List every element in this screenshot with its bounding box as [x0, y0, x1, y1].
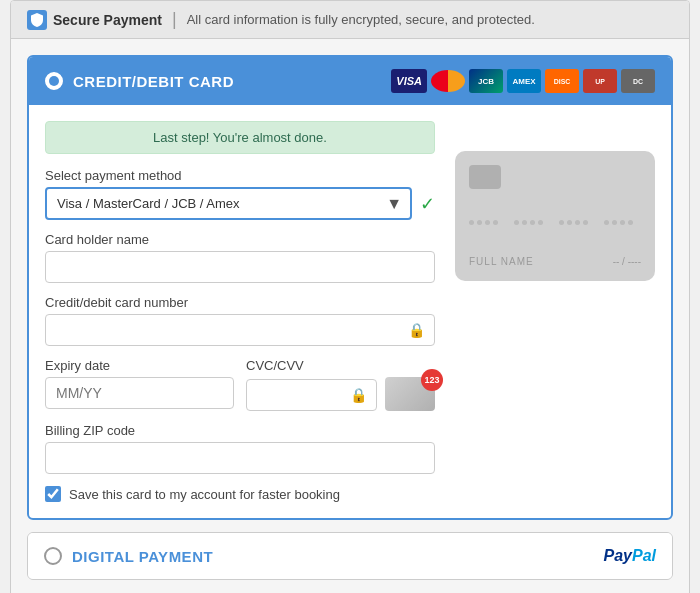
card-holder-label: Card holder name [45, 232, 435, 247]
form-side: Last step! You're almost done. Select pa… [45, 121, 435, 502]
card-dot [628, 220, 633, 225]
check-icon: ✓ [420, 193, 435, 215]
header-divider: | [172, 9, 177, 30]
success-alert: Last step! You're almost done. [45, 121, 435, 154]
visa-logo: VISA [391, 69, 427, 93]
credit-card-section: CREDIT/DEBIT CARD VISA JCB AMEX DISC UP … [27, 55, 673, 520]
credit-card-radio[interactable] [45, 72, 63, 90]
section-header-left: CREDIT/DEBIT CARD [45, 72, 234, 90]
jcb-logo: JCB [469, 69, 503, 93]
save-card-row: Save this card to my account for faster … [45, 486, 435, 502]
alert-text: Last step! You're almost done. [153, 130, 327, 145]
shield-icon [27, 10, 47, 30]
card-preview-side: FULL NAME -- / ---- [455, 121, 655, 502]
digital-payment-radio[interactable] [44, 547, 62, 565]
zip-input[interactable] [45, 442, 435, 474]
secure-title: Secure Payment [53, 12, 162, 28]
card-dot [522, 220, 527, 225]
card-dots-row [469, 220, 641, 225]
main-content: CREDIT/DEBIT CARD VISA JCB AMEX DISC UP … [11, 39, 689, 593]
unionpay-logo: UP [583, 69, 617, 93]
cvc-group: CVC/CVV 🔒 123 [246, 358, 435, 411]
card-number-input[interactable] [45, 314, 435, 346]
cvc-row: 🔒 123 [246, 377, 435, 411]
cvc-input-wrap: 🔒 [246, 379, 377, 411]
card-dot [530, 220, 535, 225]
mastercard-logo [431, 70, 465, 92]
payment-method-select[interactable]: Visa / MasterCard / JCB / Amex American … [45, 187, 412, 220]
cvc-help-image: 123 [385, 377, 435, 411]
header-description: All card information is fully encrypted,… [187, 12, 535, 27]
paypal-pal: Pal [632, 547, 656, 564]
expiry-input[interactable] [45, 377, 234, 409]
expiry-label: Expiry date [45, 358, 234, 373]
card-number-input-wrap: 🔒 [45, 314, 435, 346]
zip-label: Billing ZIP code [45, 423, 435, 438]
radio-inner [49, 76, 59, 86]
secure-label-group: Secure Payment [27, 10, 162, 30]
card-dot [477, 220, 482, 225]
card-dot [612, 220, 617, 225]
digital-payment-title: DIGITAL PAYMENT [72, 548, 213, 565]
card-dot [620, 220, 625, 225]
card-logos: VISA JCB AMEX DISC UP DC [391, 69, 655, 93]
card-dot [493, 220, 498, 225]
cvc-lock-icon: 🔒 [350, 387, 367, 403]
payment-method-select-wrap: Visa / MasterCard / JCB / Amex American … [45, 187, 412, 220]
discover-logo: DISC [545, 69, 579, 93]
card-number-label: Credit/debit card number [45, 295, 435, 310]
digital-payment-section: DIGITAL PAYMENT PayPal [27, 532, 673, 580]
card-dot [469, 220, 474, 225]
card-dot [514, 220, 519, 225]
section-body: Last step! You're almost done. Select pa… [29, 105, 671, 518]
expiry-group: Expiry date [45, 358, 234, 411]
paypal-logo: PayPal [604, 547, 656, 565]
card-expiry: -- / ---- [613, 256, 641, 267]
cvc-input-icon-wrap: 🔒 [246, 379, 377, 411]
amex-logo: AMEX [507, 69, 541, 93]
card-dot [485, 220, 490, 225]
cvc-badge: 123 [421, 369, 443, 391]
card-chip [469, 165, 501, 189]
card-bottom: FULL NAME -- / ---- [469, 256, 641, 267]
expiry-cvc-row: Expiry date CVC/CVV 🔒 [45, 358, 435, 423]
zip-group: Billing ZIP code [45, 423, 435, 474]
card-holder-group: Card holder name [45, 232, 435, 283]
diners-logo: DC [621, 69, 655, 93]
lock-icon: 🔒 [408, 322, 425, 338]
paypal-pay: Pay [604, 547, 632, 564]
save-card-checkbox[interactable] [45, 486, 61, 502]
card-preview: FULL NAME -- / ---- [455, 151, 655, 281]
digital-left: DIGITAL PAYMENT [44, 547, 213, 565]
card-dot [604, 220, 609, 225]
payment-method-group: Select payment method Visa / MasterCard … [45, 168, 435, 220]
cvc-label: CVC/CVV [246, 358, 435, 373]
card-number-group: Credit/debit card number 🔒 [45, 295, 435, 346]
card-dot [559, 220, 564, 225]
digital-payment-header[interactable]: DIGITAL PAYMENT PayPal [28, 533, 672, 579]
card-dot [583, 220, 588, 225]
payment-method-label: Select payment method [45, 168, 435, 183]
card-dot [538, 220, 543, 225]
card-dot [575, 220, 580, 225]
header-bar: Secure Payment | All card information is… [11, 1, 689, 39]
save-card-label: Save this card to my account for faster … [69, 487, 340, 502]
card-dot [567, 220, 572, 225]
select-row: Visa / MasterCard / JCB / Amex American … [45, 187, 435, 220]
payment-container: Secure Payment | All card information is… [10, 0, 690, 593]
card-holder-input[interactable] [45, 251, 435, 283]
credit-card-title: CREDIT/DEBIT CARD [73, 73, 234, 90]
credit-card-header: CREDIT/DEBIT CARD VISA JCB AMEX DISC UP … [29, 57, 671, 105]
card-full-name: FULL NAME [469, 256, 534, 267]
